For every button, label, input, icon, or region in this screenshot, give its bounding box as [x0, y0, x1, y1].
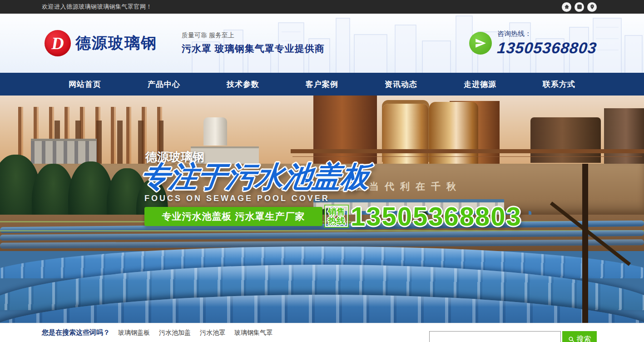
keyword-link[interactable]: 玻璃钢盖板: [118, 329, 150, 337]
keyword-link[interactable]: 玻璃钢集气罩: [234, 329, 272, 337]
home-icon[interactable]: [562, 2, 571, 12]
hero-structure: [604, 108, 644, 167]
hero-sales-hotline: 销售 热线 13505368803: [325, 201, 522, 231]
nav-item-news[interactable]: 资讯动态: [362, 73, 441, 96]
nav-item-products[interactable]: 产品中心: [124, 73, 203, 96]
search-group: 搜索: [429, 331, 597, 342]
sales-hotline-label: 销售 热线: [325, 206, 348, 227]
hero-tank: [383, 104, 428, 164]
hot-keywords: 玻璃钢盖板 污水池加盖 污水池罩 玻璃钢集气罩: [118, 329, 272, 337]
location-icon[interactable]: [587, 2, 597, 12]
instagram-icon[interactable]: [575, 2, 584, 12]
hero-wall-slogan: 功在当代利在千秋: [338, 180, 547, 193]
sales-label-line1: 销售: [328, 207, 345, 216]
paper-plane-icon: [469, 32, 492, 55]
logo-name: 德源玻璃钢: [75, 33, 157, 54]
search-bar: 您是在搜索这些词吗？ 玻璃钢盖板 污水池加盖 污水池罩 玻璃钢集气罩 搜索: [0, 323, 644, 342]
hero-tank: [203, 117, 227, 146]
search-icon: [568, 336, 575, 342]
welcome-text: 欢迎进入德源玻璃钢玻璃钢集气罩官网！: [42, 3, 152, 11]
logo-mark-icon: D: [45, 30, 71, 56]
hero-headline: 专注于污水池盖板: [139, 157, 372, 196]
page: 欢迎进入德源玻璃钢玻璃钢集气罩官网！: [0, 0, 644, 342]
nav-item-specs[interactable]: 技术参数: [203, 73, 282, 96]
keyword-link[interactable]: 污水池加盖: [159, 329, 191, 337]
search-input[interactable]: [429, 331, 561, 342]
logo[interactable]: D 德源玻璃钢: [45, 30, 157, 56]
topbar: 欢迎进入德源玻璃钢玻璃钢集气罩官网！: [0, 0, 644, 14]
nav-item-contact[interactable]: 联系方式: [520, 73, 599, 96]
hotline-number: 13505368803: [496, 39, 598, 57]
nav-item-cases[interactable]: 客户案例: [282, 73, 362, 96]
hero-subheadline: FOUCS ON SEWAGE POOL COVER: [144, 194, 330, 203]
hotline-label: 咨询热线：: [497, 30, 597, 38]
hero-banner: 功在当代利在千秋 德源玻璃钢 专注于污水池盖板 FOUCS ON SEWAGE …: [0, 96, 644, 323]
topbar-social-icons: [562, 2, 597, 12]
hero-pole: [582, 164, 588, 323]
hotline: 咨询热线： 13505368803: [469, 30, 597, 57]
hero-catwalk: [291, 149, 644, 153]
header-inner: D 德源玻璃钢 质量可靠 服务至上 污水罩 玻璃钢集气罩专业提供商 咨询热线： …: [0, 14, 644, 73]
nav-item-home[interactable]: 网站首页: [45, 73, 124, 96]
search-prompt: 您是在搜索这些词吗？: [42, 328, 110, 337]
main-nav: 网站首页 产品中心 技术参数 客户案例 资讯动态 走进德源 联系方式: [0, 73, 644, 96]
sales-label-line2: 热线: [328, 216, 345, 226]
sales-hotline-number: 13505368803: [351, 201, 522, 231]
hero-tank: [530, 117, 601, 163]
tagline-main: 污水罩 玻璃钢集气罩专业提供商: [182, 42, 325, 55]
nav-item-about[interactable]: 走进德源: [441, 73, 520, 96]
hero-badge-button[interactable]: 专业污水池盖板 污水罩生产厂家: [144, 207, 322, 226]
taglines: 质量可靠 服务至上 污水罩 玻璃钢集气罩专业提供商: [182, 31, 325, 55]
hero-tower: [313, 96, 377, 167]
keyword-link[interactable]: 污水池罩: [200, 329, 225, 337]
search-button-label: 搜索: [577, 335, 591, 342]
hotline-texts: 咨询热线： 13505368803: [497, 30, 597, 57]
hero-tank: [429, 102, 478, 164]
search-button[interactable]: 搜索: [562, 331, 597, 342]
tagline-quality: 质量可靠 服务至上: [182, 31, 325, 40]
site-header: D 德源玻璃钢 质量可靠 服务至上 污水罩 玻璃钢集气罩专业提供商 咨询热线： …: [0, 14, 644, 73]
